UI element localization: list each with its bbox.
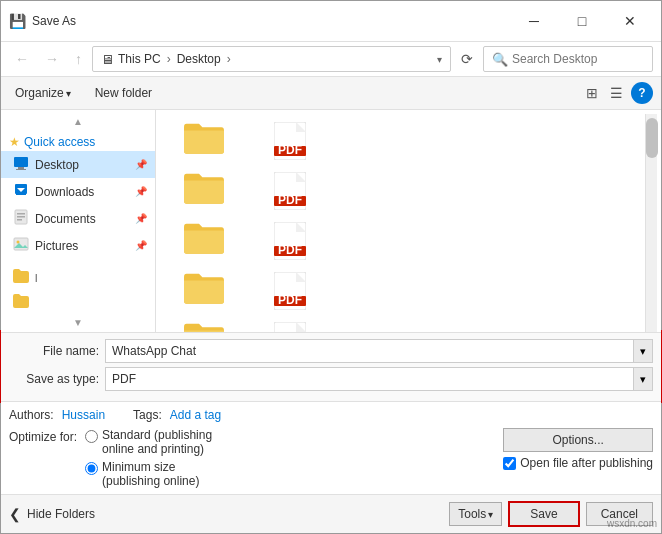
pdf-item-2[interactable]: PDF [250,168,330,214]
sidebar-item-pictures[interactable]: Pictures 📌 [1,232,155,259]
help-button[interactable]: ? [631,82,653,104]
options-area: Options... Open file after publishing [503,428,653,470]
pdf-item-1[interactable]: PDF [250,118,330,164]
options-button[interactable]: Options... [503,428,653,452]
save-as-dialog: 💾 Save As ─ □ ✕ ← → ↑ 🖥 This PC › Deskto… [0,0,662,534]
open-file-checkbox[interactable] [503,457,516,470]
filename-input[interactable] [105,339,634,363]
nav-bar: ← → ↑ 🖥 This PC › Desktop › ▾ ⟳ 🔍 [1,42,661,77]
file-list[interactable]: PDF [156,110,661,332]
minimum-radio-label[interactable]: Minimum size (publishing online) [85,460,212,488]
svg-rect-5 [16,193,26,195]
svg-text:PDF: PDF [278,243,302,257]
pin-icon-downloads: 📌 [135,186,147,197]
folder-item-5[interactable] [164,318,244,332]
breadcrumb[interactable]: 🖥 This PC › Desktop › ▾ [92,46,451,72]
search-input[interactable] [512,52,662,66]
title-controls: ─ □ ✕ [511,7,653,35]
sidebar-scroll-down[interactable]: ▼ [1,315,155,330]
new-folder-button[interactable]: New folder [89,82,158,104]
tags-label: Tags: [133,408,162,422]
new-folder-label: New folder [95,86,152,100]
sidebar-item-documents[interactable]: Documents 📌 [1,205,155,232]
folder-item-4[interactable] [164,268,244,314]
hide-folders-label: Hide Folders [27,507,95,521]
sidebar-item-extra2[interactable] [1,290,155,315]
content-area: ▲ ★ Quick access Desktop 📌 Downloads [1,110,661,332]
title-bar: 💾 Save As ─ □ ✕ [1,1,661,42]
back-button[interactable]: ← [9,47,35,71]
svg-rect-1 [18,167,24,169]
pictures-icon [13,236,29,255]
savetype-label: Save as type: [9,372,99,386]
folder-item-1[interactable] [164,118,244,164]
svg-rect-10 [14,238,28,250]
downloads-icon [13,182,29,201]
organize-button[interactable]: Organize ▾ [9,82,77,104]
sidebar-item-desktop[interactable]: Desktop 📌 [1,151,155,178]
forward-button[interactable]: → [39,47,65,71]
filename-row: File name: ▾ [9,339,653,363]
minimize-button[interactable]: ─ [511,7,557,35]
breadcrumb-icon: 🖥 [101,52,114,67]
authors-label: Authors: [9,408,54,422]
title-text: Save As [32,14,505,28]
add-tag-link[interactable]: Add a tag [170,408,221,422]
authors-value[interactable]: Hussain [62,408,105,422]
minimum-label: Minimum size (publishing online) [102,460,199,488]
pdf-item-3[interactable]: PDF [250,218,330,264]
sidebar-item-extra1[interactable]: l [1,265,155,290]
pdf-item-4[interactable]: PDF [250,268,330,314]
standard-label: Standard (publishing online and printing… [102,428,212,456]
hide-folders[interactable]: ❮ Hide Folders [9,506,95,522]
folder-item-2[interactable] [164,168,244,214]
chevron-left-icon: ❮ [9,506,21,522]
breadcrumb-separator1: › [167,52,171,66]
authors-row: Authors: Hussain Tags: Add a tag [9,408,653,422]
up-button[interactable]: ↑ [69,47,88,71]
file-form-section: File name: ▾ Save as type: ▾ [1,332,661,401]
maximize-button[interactable]: □ [559,7,605,35]
footer: ❮ Hide Folders Tools ▾ Save Cancel wsxdn… [1,494,661,533]
pdf-item-5[interactable]: PDF [250,318,330,332]
view-button[interactable]: ⊞ [582,81,602,105]
standard-radio-label[interactable]: Standard (publishing online and printing… [85,428,212,456]
quick-access-section[interactable]: ★ Quick access [1,129,155,151]
title-bar-icon: 💾 [9,13,26,29]
sidebar-item-downloads[interactable]: Downloads 📌 [1,178,155,205]
breadcrumb-desktop: Desktop [177,52,221,66]
sidebar: ▲ ★ Quick access Desktop 📌 Downloads [1,110,156,332]
open-file-label: Open file after publishing [520,456,653,470]
refresh-button[interactable]: ⟳ [455,47,479,71]
svg-rect-7 [17,213,25,215]
folder-item-3[interactable] [164,218,244,264]
svg-text:PDF: PDF [278,143,302,157]
organize-chevron: ▾ [66,88,71,99]
svg-text:PDF: PDF [278,293,302,307]
organize-label: Organize [15,86,64,100]
savetype-dropdown[interactable]: ▾ [634,367,653,391]
minimum-radio[interactable] [85,462,98,475]
view-list-button[interactable]: ☰ [606,81,627,105]
optimize-row: Optimize for: Standard (publishing onlin… [9,428,653,488]
svg-rect-2 [16,169,26,170]
close-button[interactable]: ✕ [607,7,653,35]
save-button[interactable]: Save [508,501,579,527]
quick-access-label: Quick access [24,135,95,149]
svg-rect-9 [17,219,22,221]
tools-button[interactable]: Tools ▾ [449,502,502,526]
sidebar-scroll-up[interactable]: ▲ [1,114,155,129]
breadcrumb-chevron[interactable]: ▾ [437,54,442,65]
tools-chevron: ▾ [488,509,493,520]
extra-section: Authors: Hussain Tags: Add a tag Optimiz… [1,401,661,494]
savetype-input[interactable] [105,367,634,391]
optimize-label: Optimize for: [9,428,77,444]
svg-text:PDF: PDF [278,193,302,207]
svg-rect-8 [17,216,25,218]
toolbar: Organize ▾ New folder ⊞ ☰ ? [1,77,661,110]
search-icon: 🔍 [492,52,508,67]
standard-radio[interactable] [85,430,98,443]
star-icon: ★ [9,135,20,149]
sidebar-item-desktop-label: Desktop [35,158,79,172]
filename-dropdown[interactable]: ▾ [634,339,653,363]
